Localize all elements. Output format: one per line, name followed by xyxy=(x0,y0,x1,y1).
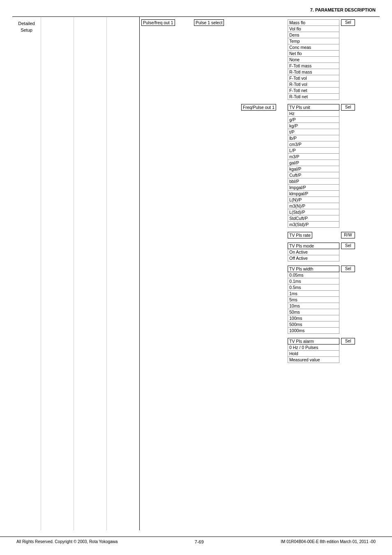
entry-kgal-p: kgal/P xyxy=(288,166,339,172)
entry-0-1ms: 0.1ms xyxy=(288,278,339,284)
entry-1000ms: 1000ms xyxy=(288,328,339,334)
entry-5ms: 5ms xyxy=(288,297,339,303)
pulse-freq-out-1-box: Pulse/freq out 1 xyxy=(141,19,175,26)
footer-center: 7-69 xyxy=(195,539,204,544)
row-tv-pls-mode: TV Pls mode On Active Off Active Sel xyxy=(140,243,380,261)
entry-10ms: 10ms xyxy=(288,303,339,309)
entry-dens: Dens xyxy=(288,32,339,38)
blank-col-3 xyxy=(107,17,139,530)
sel-badge-6: Sel xyxy=(341,338,355,345)
sel-badge-5: Sel xyxy=(341,266,355,272)
row-pulse-freq: Pulse/freq out 1 Pulse 1 select Mass flo… xyxy=(140,19,380,100)
entry-t-p: t/P xyxy=(288,129,339,135)
entry-l-n-p: L(N)/P xyxy=(288,197,339,203)
entry-gal-p: gal/P xyxy=(288,160,339,166)
col5-badge-3: R/W xyxy=(340,232,356,238)
col-pulse1-select: Pulse 1 select xyxy=(192,19,240,26)
entry-r-totl-net: R-Totl net xyxy=(288,94,339,100)
tv-pls-unit-entries: TV Pls unit Hz g/P kg/P t/P lb/P cm3/P L… xyxy=(288,104,339,228)
entry-lmpgal-p: lmpgal/P xyxy=(288,185,339,191)
entry-cm3-p: cm3/P xyxy=(288,141,339,148)
col4-entries: Mass flo Vol flo Dens Temp Conc meas Net… xyxy=(287,19,340,100)
entry-mass-flo: Mass flo xyxy=(288,19,339,26)
tv-pls-mode-entries: TV Pls mode On Active Off Active xyxy=(288,243,339,261)
entry-r-totl-mass: R-Totl mass xyxy=(288,69,339,75)
entry-m3-std-p: m3(Std)/P xyxy=(288,222,339,228)
entry-on-active: On Active xyxy=(288,249,339,255)
col5-badge-5: Sel xyxy=(340,266,356,272)
entry-stdcuft-p: StdCuft/P xyxy=(288,215,339,222)
entry-1ms: 1ms xyxy=(288,291,339,297)
tv-pls-width-entries: TV Pls width 0.05ms 0.1ms 0.5ms 1ms 5ms … xyxy=(288,266,339,334)
sel-badge-4: Sel xyxy=(341,243,355,249)
entry-kg-p: kg/P xyxy=(288,123,339,129)
header-title: 7. PARAMETER DESCRIPTION xyxy=(310,7,376,12)
sel-badge-2: Sel xyxy=(341,104,355,111)
col-pulse-freq-label: Pulse/freq out 1 xyxy=(140,19,192,26)
entry-50ms: 50ms xyxy=(288,309,339,315)
tv-pls-mode-header: TV Pls mode xyxy=(288,243,339,249)
entry-f-totl-vol: F-Totl vol xyxy=(288,75,339,81)
entry-off-active: Off Active xyxy=(288,255,339,261)
row-tv-pls-alarm: TV Pls alarm 0 Hz / 0 Pulses Hold Measur… xyxy=(140,338,380,363)
sidebar-text-col: Detailed Setup xyxy=(12,17,41,530)
entry-0hz-0pulses: 0 Hz / 0 Pulses xyxy=(288,345,339,351)
entry-none: None xyxy=(288,57,339,63)
entry-vol-flo: Vol flo xyxy=(288,26,339,32)
sidebar-label-setup: Setup xyxy=(21,27,32,33)
footer-right: IM 01R04B04-00E-E 8th edition March 01, … xyxy=(281,539,376,544)
tv-pls-width-header: TV Pls width xyxy=(288,266,339,272)
col5-badge-4: Sel xyxy=(340,243,356,249)
entry-temp: Temp xyxy=(288,38,339,44)
entry-hz: Hz xyxy=(288,111,339,117)
col4-tv-pls-alarm: TV Pls alarm 0 Hz / 0 Pulses Hold Measur… xyxy=(287,338,340,363)
col4-tv-pls-rate: TV Pls rate xyxy=(287,232,340,238)
col4-tv-pls-width: TV Pls width 0.05ms 0.1ms 0.5ms 1ms 5ms … xyxy=(287,266,340,334)
pulse-1-select-box: Pulse 1 select xyxy=(194,19,224,26)
tv-pls-alarm-entries: TV Pls alarm 0 Hz / 0 Pulses Hold Measur… xyxy=(288,338,339,363)
footer-left: All Rights Reserved. Copyright © 2003, R… xyxy=(16,539,118,544)
left-panel: Detailed Setup xyxy=(12,17,140,530)
tv-pls-unit-header: TV Pls unit xyxy=(288,104,339,111)
entry-0-5ms: 0.5ms xyxy=(288,284,339,291)
entry-cuft-p: Cuft/P xyxy=(288,172,339,178)
page-footer: All Rights Reserved. Copyright © 2003, R… xyxy=(0,536,392,547)
entry-measured-value: Measured value xyxy=(288,357,339,363)
row-freq-pulse: Freq/Pulse out 1 TV Pls unit Hz g/P kg/P… xyxy=(140,104,380,228)
col4-tv-pls-mode: TV Pls mode On Active Off Active xyxy=(287,243,340,261)
entry-m3-p: m3/P xyxy=(288,154,339,160)
entry-500ms: 500ms xyxy=(288,321,339,328)
tv-pls-alarm-header: TV Pls alarm xyxy=(288,338,339,345)
entry-0-05ms: 0.05ms xyxy=(288,272,339,278)
col5-badge-6: Sel xyxy=(340,338,356,345)
sel-badge-1: Sel xyxy=(341,19,355,26)
entry-bbl-p: bbl/P xyxy=(288,178,339,185)
entry-net-flo: Net flo xyxy=(288,51,339,57)
entry-lb-p: lb/P xyxy=(288,135,339,141)
rw-badge-3: R/W xyxy=(341,232,355,238)
entry-l-std-p: L(Std)/P xyxy=(288,209,339,215)
col5-badge-2: Sel xyxy=(340,104,356,111)
freq-pulse-out-1-box: Freq/Pulse out 1 xyxy=(241,104,276,111)
mass-flo-entries: Mass flo Vol flo Dens Temp Conc meas Net… xyxy=(288,19,339,100)
page-header: 7. PARAMETER DESCRIPTION xyxy=(0,0,392,16)
entry-conc-meas: Conc meas xyxy=(288,44,339,51)
entry-hold: Hold xyxy=(288,351,339,357)
sidebar-label-detailed: Detailed xyxy=(18,20,35,27)
entry-g-p: g/P xyxy=(288,117,339,123)
col3-freq-pulse: Freq/Pulse out 1 xyxy=(240,104,287,111)
entry-m3-n-p: m3(N)/P xyxy=(288,203,339,209)
entry-r-totl-vol: R-Totl vol xyxy=(288,81,339,88)
right-area: Pulse/freq out 1 Pulse 1 select Mass flo… xyxy=(140,17,380,530)
col4-tv-pls-unit: TV Pls unit Hz g/P kg/P t/P lb/P cm3/P L… xyxy=(287,104,340,228)
entry-klmpgal-p: klmpgal/P xyxy=(288,191,339,197)
row-tv-pls-width: TV Pls width 0.05ms 0.1ms 0.5ms 1ms 5ms … xyxy=(140,266,380,334)
entry-f-totl-net: F-Totl net xyxy=(288,88,339,94)
blank-col-1 xyxy=(41,17,74,530)
tv-pls-rate-box: TV Pls rate xyxy=(288,232,312,238)
entry-100ms: 100ms xyxy=(288,315,339,321)
row-tv-pls-rate: TV Pls rate R/W xyxy=(140,232,380,238)
blank-col-2 xyxy=(74,17,107,530)
entry-l-p: L/P xyxy=(288,148,339,154)
col5-badge: Sel xyxy=(340,19,356,26)
